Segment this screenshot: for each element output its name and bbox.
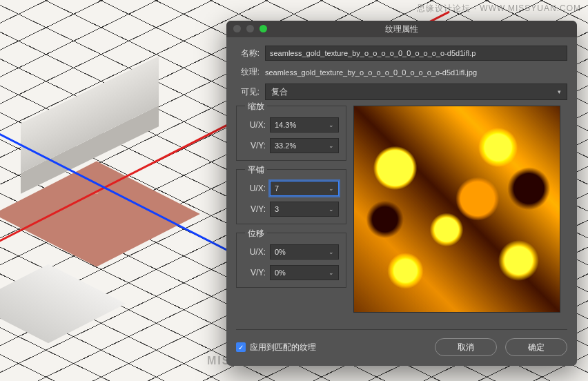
offset-title: 位移 xyxy=(245,228,267,240)
tile-group: 平铺 U/X: 7⌄ V/Y: 3⌄ xyxy=(236,169,346,224)
texture-label: 纹理: xyxy=(236,66,259,78)
offset-ux-label: U/X: xyxy=(244,247,266,257)
texture-path: seamless_gold_texture_by_o_o_o_o_0_0_o_o… xyxy=(265,68,567,77)
tile-ux-label: U/X: xyxy=(244,184,266,193)
gold-texture-image xyxy=(354,106,560,312)
tile-vy-input[interactable]: 3⌄ xyxy=(270,202,339,217)
chevron-down-icon: ▾ xyxy=(558,88,561,95)
window-controls xyxy=(233,25,267,32)
texture-preview xyxy=(353,106,560,313)
check-icon: ✓ xyxy=(236,342,246,352)
scale-vy-label: V/Y: xyxy=(244,141,266,150)
apply-matching-label: 应用到匹配的纹理 xyxy=(250,342,316,353)
offset-group: 位移 U/X: 0%⌄ V/Y: 0%⌄ xyxy=(236,233,346,288)
offset-ux-input[interactable]: 0%⌄ xyxy=(270,244,339,260)
chevron-down-icon: ⌄ xyxy=(329,269,334,276)
dialog-form: 名称: seamless_gold_texture_by_o_o_o_o_0_0… xyxy=(226,37,577,100)
watermark-top: 思缘设计论坛 · WWW.MISSYUAN.COM xyxy=(417,3,581,14)
name-label: 名称: xyxy=(236,48,259,59)
minimize-icon[interactable] xyxy=(246,25,254,32)
offset-vy-label: V/Y: xyxy=(244,268,266,277)
ok-button[interactable]: 确定 xyxy=(505,338,567,356)
visible-value: 复合 xyxy=(271,86,288,98)
name-input[interactable]: seamless_gold_texture_by_o_o_o_o_0_0_o_o… xyxy=(265,46,567,61)
chevron-down-icon: ⌄ xyxy=(329,206,334,213)
chevron-down-icon: ⌄ xyxy=(329,248,334,255)
tile-ux-value: 7 xyxy=(275,184,279,193)
offset-ux-value: 0% xyxy=(275,248,286,256)
chevron-down-icon: ⌄ xyxy=(329,142,334,149)
cancel-button[interactable]: 取消 xyxy=(435,338,497,356)
parameter-column: 缩放 U/X: 14.3%⌄ V/Y: 33.2%⌄ 平铺 U/X: xyxy=(236,106,346,313)
dialog-titlebar[interactable]: 纹理属性 xyxy=(226,21,577,37)
scale-ux-value: 14.3% xyxy=(275,121,296,129)
scale-title: 缩放 xyxy=(245,101,267,113)
zoom-icon[interactable] xyxy=(259,25,267,32)
visible-select[interactable]: 复合 ▾ xyxy=(265,84,567,100)
close-icon[interactable] xyxy=(233,25,241,32)
chevron-down-icon: ⌄ xyxy=(329,121,334,128)
scale-ux-label: U/X: xyxy=(244,120,266,130)
scale-vy-input[interactable]: 33.2%⌄ xyxy=(270,138,339,153)
tile-title: 平铺 xyxy=(245,164,267,176)
chevron-down-icon: ⌄ xyxy=(329,185,334,192)
apply-matching-checkbox[interactable]: ✓ 应用到匹配的纹理 xyxy=(236,342,316,353)
tile-vy-value: 3 xyxy=(275,205,279,213)
scale-group: 缩放 U/X: 14.3%⌄ V/Y: 33.2%⌄ xyxy=(236,106,346,161)
dialog-title: 纹理属性 xyxy=(385,23,418,35)
texture-properties-dialog: 纹理属性 名称: seamless_gold_texture_by_o_o_o_… xyxy=(226,21,577,366)
visible-label: 可见: xyxy=(236,86,259,98)
offset-vy-input[interactable]: 0%⌄ xyxy=(270,265,339,280)
dialog-footer: ✓ 应用到匹配的纹理 取消 确定 xyxy=(236,329,567,356)
scale-ux-input[interactable]: 14.3%⌄ xyxy=(270,117,339,133)
tile-ux-input[interactable]: 7⌄ xyxy=(270,181,339,196)
offset-vy-value: 0% xyxy=(275,268,286,277)
tile-vy-label: V/Y: xyxy=(244,204,266,214)
scale-vy-value: 33.2% xyxy=(275,141,296,150)
